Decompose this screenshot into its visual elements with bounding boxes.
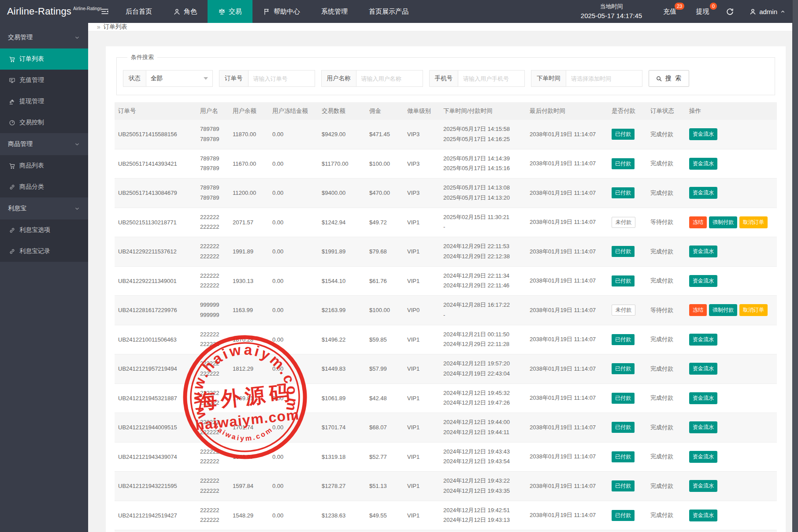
action-button-red[interactable]: 冻结 (689, 304, 707, 316)
column-header: 下单时间/付款时间 (440, 102, 526, 120)
topnav-item-help[interactable]: 帮助中心 (252, 0, 311, 23)
cell-last-pay-time: 2038年01月19日 11:14:07 (526, 120, 608, 149)
action-button-teal[interactable]: 资金流水 (689, 363, 717, 375)
cell-actions: 资金流水 (686, 237, 777, 267)
action-button-teal[interactable]: 资金流水 (689, 392, 717, 404)
user-line2: 789789 (200, 193, 226, 203)
cell-order-status: 完成付款 (647, 383, 686, 413)
action-button-yellow[interactable]: 取消订单 (739, 304, 768, 316)
action-button-teal[interactable]: 资金流水 (689, 510, 717, 521)
topnav-item-label: 后台首页 (126, 7, 152, 16)
order-no-filter: 订单号 (219, 70, 315, 87)
phone-input[interactable] (458, 71, 524, 86)
action-button-teal[interactable]: 资金流水 (689, 421, 717, 433)
sidebar-item-label: 充值管理 (19, 76, 44, 84)
cell-order-time: 2024年12月21日 00:11:502024年12月29日 22:11:28 (440, 325, 526, 354)
paid-status-badge: 未付款 (612, 217, 635, 228)
table-row: UB24122922113490012222222222221930.130.0… (115, 266, 777, 296)
recharge-badge: 23 (675, 3, 684, 10)
sidebar-item-0-0[interactable]: 订单列表 (0, 48, 88, 70)
user-line1: 789789 (200, 154, 226, 164)
action-button-teal[interactable]: 资金流水 (689, 451, 717, 463)
refresh-icon[interactable] (719, 0, 741, 23)
paid-status-badge: 已付款 (612, 422, 635, 433)
cell-order-time: 2024年12月12日 19:43:432024年12月12日 19:43:54 (440, 442, 526, 472)
menu-toggle-icon[interactable] (95, 0, 115, 23)
cell-frozen: 0.00 (269, 354, 318, 384)
cell-paid: 未付款 (608, 296, 647, 325)
cell-user: 222222222222 (197, 501, 229, 530)
action-button-teal[interactable]: 资金流水 (689, 158, 717, 170)
cell-amount: $1991.89 (318, 237, 366, 267)
user-name-input[interactable] (356, 71, 423, 86)
cell-order-status: 完成付款 (647, 530, 686, 532)
sidebar-item-2-0[interactable]: 利息宝选项 (0, 219, 88, 241)
cell-balance: 1597.84 (229, 472, 269, 501)
cell-order-time: 2024年12月28日 16:17:22- (440, 296, 526, 325)
user-name-filter: 用户名称 (321, 70, 423, 87)
order-no-input[interactable] (249, 71, 315, 86)
orders-table: 订单号用户名用户余额用户冻结金额交易数额佣金做单级别下单时间/付款时间最后付款时… (115, 102, 777, 532)
action-button-red[interactable]: 冻结 (689, 216, 707, 228)
cell-actions: 资金流水 (686, 179, 777, 208)
topnav-item-label: 首页展示产品 (369, 7, 408, 16)
action-button-teal[interactable]: 强制付款 (709, 216, 737, 228)
cell-order-status: 完成付款 (647, 149, 686, 179)
sidebar-item-1-1[interactable]: 商品分类 (0, 176, 88, 197)
action-button-teal[interactable]: 资金流水 (689, 275, 717, 287)
cell-paid: 已付款 (608, 237, 647, 267)
cell-paid: 已付款 (608, 501, 647, 530)
search-icon (656, 75, 662, 82)
user-line1: 222222 (200, 212, 226, 223)
order-time: 2025年05月17日 14:13:08 (443, 183, 523, 193)
action-button-teal[interactable]: 强制付款 (709, 304, 737, 316)
cell-frozen: 0.00 (269, 413, 318, 443)
recharge-button[interactable]: 充值 23 (653, 0, 686, 23)
action-button-teal[interactable]: 资金流水 (689, 187, 717, 199)
topnav-item-products[interactable]: 首页展示产品 (358, 0, 419, 23)
order-time-input[interactable] (566, 71, 642, 86)
sidebar-item-2-1[interactable]: 利息宝记录 (0, 241, 88, 262)
topnav-item-home[interactable]: 后台首页 (115, 0, 163, 23)
cell-frozen: 0.00 (269, 296, 318, 325)
cell-order-time: 2024年12月12日 19:57:202024年12月19日 22:43:04 (440, 354, 526, 384)
cell-actions: 资金流水 (686, 120, 777, 149)
page-scrollbar[interactable] (792, 0, 798, 532)
table-row: UB24121219572194942222222222221812.290.0… (115, 354, 777, 384)
column-header: 佣金 (366, 102, 404, 120)
sidebar-item-0-2[interactable]: 提现管理 (0, 91, 88, 112)
sidebar-item-0-1[interactable]: 充值管理 (0, 70, 88, 91)
action-button-teal[interactable]: 资金流水 (689, 246, 717, 257)
cell-level: VIP1 (404, 354, 440, 384)
sidebar-item-1-0[interactable]: 商品列表 (0, 155, 88, 176)
sidebar-group-2[interactable]: 利息宝 (0, 197, 88, 219)
withdraw-button[interactable]: 提现 0 (686, 0, 719, 23)
user-line2: 222222 (200, 222, 226, 232)
sidebar-group-0[interactable]: 交易管理 (0, 26, 88, 48)
paid-status-badge: 已付款 (612, 187, 635, 198)
cell-order-status: 完成付款 (647, 266, 686, 296)
sidebar-item-0-3[interactable]: 交易控制 (0, 112, 88, 133)
action-button-yellow[interactable]: 取消订单 (739, 216, 768, 228)
link-icon (9, 184, 15, 190)
action-button-teal[interactable]: 资金流水 (689, 128, 717, 140)
cell-frozen: 0.00 (269, 472, 318, 501)
cell-order-status: 完成付款 (647, 354, 686, 384)
table-row: UB24122922115376122222222222221991.890.0… (115, 237, 777, 267)
action-button-teal[interactable]: 资金流水 (689, 480, 717, 492)
status-select[interactable]: 全部 (146, 71, 212, 86)
topnav-item-system[interactable]: 系统管理 (311, 0, 358, 23)
action-button-teal[interactable]: 资金流水 (689, 334, 717, 346)
cell-user: 222222222222 (197, 413, 229, 443)
topnav-item-trade[interactable]: 交易 (208, 0, 252, 23)
user-menu[interactable]: admin (741, 0, 798, 23)
cell-user: 222222222222 (197, 208, 229, 237)
topnav-item-label: 系统管理 (321, 7, 348, 16)
breadcrumb-arrow-icon: » (97, 23, 100, 30)
sidebar-group-1[interactable]: 商品管理 (0, 133, 88, 155)
table-row: UB250517141308467978978978978911200.000.… (115, 179, 777, 208)
topnav-item-role[interactable]: 角色 (163, 0, 208, 23)
cell-frozen: 0.00 (269, 237, 318, 267)
pay-time: 2024年12月19日 22:43:04 (443, 369, 523, 379)
search-button[interactable]: 搜 索 (649, 70, 689, 87)
